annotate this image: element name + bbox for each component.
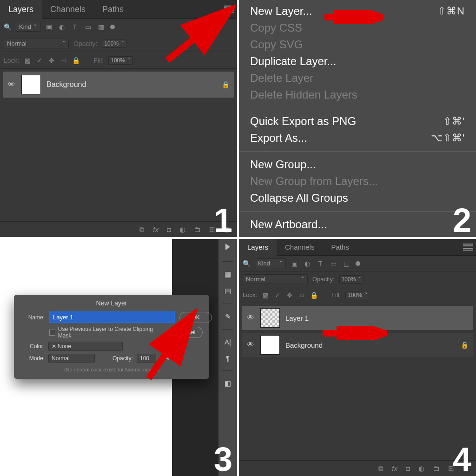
- lock-brush-icon[interactable]: ✓: [36, 57, 43, 64]
- step-number-3: 3: [214, 443, 232, 476]
- layer-name[interactable]: Background: [285, 341, 455, 349]
- step-number-1: 1: [214, 204, 232, 237]
- visibility-icon[interactable]: 👁: [246, 341, 255, 349]
- menu-new-group-from-layers: New Group from Layers...: [239, 173, 476, 190]
- filter-smart-icon[interactable]: ▥: [343, 260, 350, 267]
- lock-label: Lock:: [243, 291, 257, 298]
- menu-separator: [239, 211, 476, 212]
- menu-new-artboard[interactable]: New Artboard...: [239, 216, 476, 233]
- layers-panel-icon[interactable]: ◧: [225, 379, 231, 388]
- lock-artboard-icon[interactable]: ▱: [298, 291, 305, 299]
- expand-icon[interactable]: [225, 244, 230, 250]
- tab-channels[interactable]: Channels: [277, 239, 323, 256]
- blend-mode-select[interactable]: Normal˅: [243, 274, 308, 284]
- filter-toggle-icon[interactable]: [356, 261, 360, 266]
- lock-transparent-icon[interactable]: ▩: [262, 291, 269, 299]
- opacity-field[interactable]: 100%˅: [102, 40, 126, 48]
- tab-paths[interactable]: Paths: [323, 239, 357, 256]
- filter-kind-select[interactable]: Kind˅: [16, 22, 40, 32]
- layer-name[interactable]: Layer 1: [285, 314, 469, 322]
- lock-move-icon[interactable]: ✥: [48, 57, 55, 64]
- lock-move-icon[interactable]: ✥: [286, 291, 293, 299]
- color-select[interactable]: ✕ None: [48, 342, 123, 351]
- lock-icon[interactable]: 🔒: [222, 81, 230, 88]
- lock-all-icon[interactable]: 🔒: [72, 57, 79, 64]
- annotation-arrow: [317, 326, 387, 340]
- adjustment-icon[interactable]: ◐: [418, 464, 424, 473]
- menu-new-group[interactable]: New Group...: [239, 156, 476, 173]
- layer-row-background[interactable]: 👁 Background 🔒: [3, 72, 234, 98]
- filter-adjust-icon[interactable]: ◐: [304, 260, 311, 267]
- layer-thumbnail[interactable]: [260, 335, 280, 355]
- search-icon: 🔍: [4, 23, 11, 31]
- layer-thumbnail[interactable]: [260, 308, 280, 328]
- lock-all-icon[interactable]: 🔒: [310, 291, 317, 299]
- filter-type-icon[interactable]: T: [317, 260, 324, 267]
- step-2-menu: New Layer...⇧⌘N Copy CSS Copy SVG Duplic…: [239, 0, 476, 237]
- filter-shape-icon[interactable]: ▭: [330, 260, 337, 267]
- swatches-icon[interactable]: ▤: [225, 287, 231, 295]
- filter-smart-icon[interactable]: ▥: [97, 23, 105, 31]
- step-number-2: 2: [453, 204, 471, 237]
- lock-artboard-icon[interactable]: ▱: [60, 57, 67, 64]
- filter-pixel-icon[interactable]: ▣: [45, 23, 53, 31]
- tab-layers[interactable]: Layers: [0, 0, 42, 19]
- layer-name[interactable]: Background: [46, 80, 216, 89]
- tab-paths[interactable]: Paths: [94, 0, 132, 19]
- panel-menu-icon[interactable]: [463, 244, 473, 251]
- menu-copy-svg: Copy SVG: [239, 36, 476, 53]
- group-icon[interactable]: 🗀: [194, 225, 201, 233]
- blend-mode-select[interactable]: Normal˅: [4, 39, 69, 48]
- panel-footer: ⧉ fx ◘ ◐ 🗀 ⊞ 🗑: [0, 221, 237, 237]
- opacity-label: Opacity:: [312, 276, 335, 283]
- annotation-arrow: [135, 309, 200, 383]
- panel-context-menu: New Layer...⇧⌘N Copy CSS Copy SVG Duplic…: [239, 0, 476, 237]
- fx-icon[interactable]: fx: [392, 464, 397, 472]
- color-panel-icon[interactable]: ▦: [225, 270, 231, 278]
- color-label: Color:: [26, 343, 45, 350]
- fill-field[interactable]: 100%˅: [345, 291, 370, 299]
- fx-icon[interactable]: fx: [153, 225, 159, 233]
- fill-label: Fill:: [331, 291, 341, 298]
- filter-toggle-icon[interactable]: [110, 25, 115, 29]
- filter-shape-icon[interactable]: ▭: [84, 23, 92, 31]
- name-label: Name:: [20, 314, 45, 321]
- filter-type-icon[interactable]: T: [71, 23, 79, 31]
- mode-select[interactable]: Normal: [48, 354, 95, 363]
- visibility-icon[interactable]: 👁: [7, 80, 16, 89]
- menu-quick-export[interactable]: Quick Export as PNG⇧⌘': [239, 113, 476, 130]
- opacity-label: Opacity:: [112, 355, 133, 362]
- filter-adjust-icon[interactable]: ◐: [58, 23, 66, 31]
- step-4-panel: Layers Channels Paths 🔍 Kind˅ ▣ ◐ T ▭ ▥ …: [239, 239, 476, 476]
- fill-field[interactable]: 100%˅: [108, 56, 133, 65]
- link-layers-icon[interactable]: ⧉: [378, 464, 383, 473]
- menu-separator: [239, 151, 476, 152]
- clipping-mask-checkbox[interactable]: [49, 330, 55, 336]
- group-icon[interactable]: 🗀: [433, 464, 440, 472]
- visibility-icon[interactable]: 👁: [246, 314, 255, 322]
- paragraph-icon[interactable]: ¶: [226, 354, 230, 362]
- layer-thumbnail[interactable]: [21, 75, 41, 94]
- adjustment-icon[interactable]: ◐: [179, 225, 185, 234]
- char-icon[interactable]: A|: [225, 338, 231, 346]
- mask-icon[interactable]: ◘: [406, 464, 410, 472]
- menu-duplicate-layer[interactable]: Duplicate Layer...: [239, 53, 476, 70]
- shortcut-text: ⇧⌘N: [437, 5, 465, 17]
- dialog-title: New Layer: [20, 299, 203, 307]
- menu-collapse-groups[interactable]: Collapse All Groups: [239, 190, 476, 206]
- link-layers-icon[interactable]: ⧉: [139, 225, 145, 234]
- tab-layers[interactable]: Layers: [239, 239, 277, 256]
- panel-tabs: Layers Channels Paths: [239, 239, 476, 256]
- menu-export-as[interactable]: Export As...⌥⇧⌘': [239, 130, 476, 146]
- mask-icon[interactable]: ◘: [167, 225, 171, 233]
- filter-pixel-icon[interactable]: ▣: [291, 260, 298, 267]
- opacity-field[interactable]: 100%˅: [339, 275, 364, 284]
- filter-kind-select[interactable]: Kind˅: [255, 258, 286, 268]
- shortcut-text: ⇧⌘': [443, 115, 465, 127]
- lock-transparent-icon[interactable]: ▩: [24, 57, 31, 64]
- lock-icon[interactable]: 🔒: [461, 341, 469, 349]
- lock-brush-icon[interactable]: ✓: [274, 291, 281, 299]
- tab-channels[interactable]: Channels: [42, 0, 94, 19]
- brush-icon[interactable]: ✎: [225, 312, 231, 321]
- panel-footer: ⧉ fx ◘ ◐ 🗀 ⊞ 🗑: [239, 460, 476, 476]
